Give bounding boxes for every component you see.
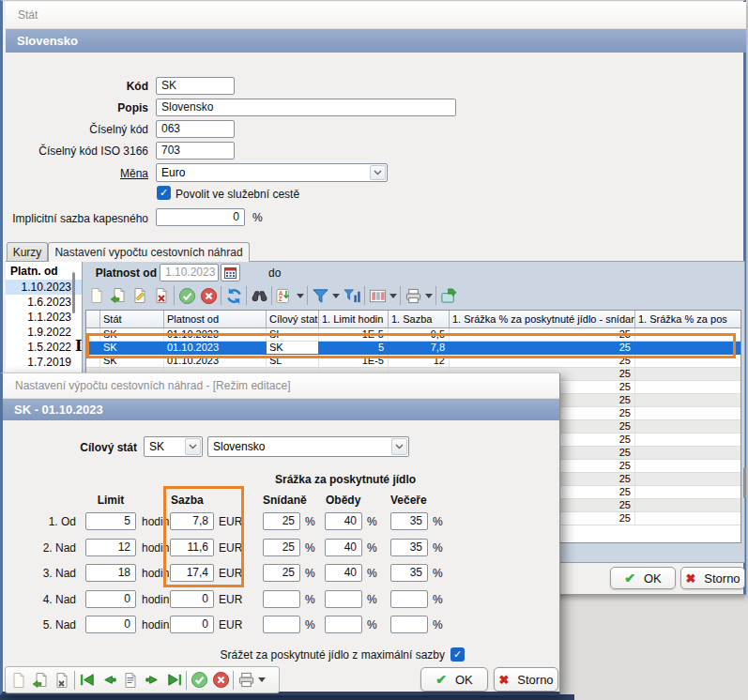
date-list-item[interactable]: 1.1.2023 bbox=[6, 310, 82, 325]
edit-document-icon[interactable] bbox=[130, 286, 149, 305]
popis-input[interactable]: Slovensko bbox=[156, 99, 456, 116]
obedy-input[interactable]: 40 bbox=[325, 564, 362, 582]
storno-button[interactable]: ✖ Storno bbox=[680, 567, 745, 589]
obedy-input[interactable]: 40 bbox=[325, 539, 362, 556]
columns-icon[interactable] bbox=[368, 286, 387, 305]
ciselny-kod-input[interactable]: 063 bbox=[156, 120, 235, 138]
copy-document-icon[interactable] bbox=[109, 286, 128, 305]
chevron-down-icon[interactable] bbox=[391, 438, 407, 455]
obedy-input[interactable]: 40 bbox=[325, 512, 362, 530]
limit-input[interactable]: 5 bbox=[85, 512, 136, 530]
vecere-input[interactable]: 35 bbox=[390, 564, 428, 582]
date-list-item[interactable]: 1.9.2022 bbox=[6, 325, 82, 340]
kapesne-input[interactable]: 0 bbox=[156, 208, 245, 226]
sazba-input[interactable]: 7,8 bbox=[170, 512, 214, 530]
sazba-input[interactable]: 17,4 bbox=[170, 564, 214, 582]
snidane-input[interactable]: 25 bbox=[263, 539, 300, 556]
kod-input[interactable]: SK bbox=[156, 77, 235, 95]
col-srazka-next[interactable]: 1. Srážka % za pos bbox=[635, 311, 740, 327]
sazba-input[interactable]: 0 bbox=[170, 590, 214, 608]
ok-button[interactable]: ✔ OK bbox=[610, 567, 676, 589]
cancel-icon[interactable] bbox=[199, 286, 218, 305]
search-binoculars-icon[interactable] bbox=[250, 286, 268, 305]
nav-previous-icon[interactable] bbox=[99, 671, 118, 690]
accept-icon[interactable] bbox=[190, 671, 208, 690]
delete-document-icon[interactable] bbox=[152, 286, 171, 305]
snidane-input[interactable]: 25 bbox=[263, 564, 300, 582]
snidane-input[interactable] bbox=[263, 616, 300, 633]
snidane-input[interactable] bbox=[263, 590, 300, 608]
srazet-checkbox[interactable]: ✓ bbox=[450, 647, 465, 662]
print-menu-caret[interactable] bbox=[425, 294, 433, 298]
sort-az-icon[interactable]: AZ bbox=[275, 286, 294, 305]
do-label: do bbox=[268, 266, 281, 280]
date-list-item[interactable]: 1.5.2022 bbox=[6, 340, 82, 355]
cilovy-stat-code-select[interactable]: SK bbox=[144, 436, 203, 457]
table-row[interactable]: SK 01.10.2023 SL 1E-5 12 25 bbox=[86, 355, 740, 368]
col-cilovy-stat[interactable]: Cílový stat bbox=[267, 311, 319, 327]
mena-label[interactable]: Měna bbox=[3, 167, 148, 180]
col-limit-hodin[interactable]: 1. Limit hodin bbox=[319, 311, 389, 327]
limit-input[interactable]: 0 bbox=[85, 590, 136, 608]
obedy-input[interactable] bbox=[325, 616, 362, 633]
new-document-icon[interactable] bbox=[9, 671, 28, 690]
filter-chart-icon[interactable] bbox=[343, 286, 361, 305]
tab-kurzy[interactable]: Kurzy bbox=[7, 242, 48, 261]
cilovy-stat-name-select[interactable]: Slovensko bbox=[207, 436, 409, 457]
sort-menu-caret[interactable] bbox=[297, 294, 304, 298]
date-list-item[interactable]: 1.7.2019 bbox=[6, 355, 82, 370]
table-scrollbar[interactable] bbox=[743, 467, 746, 498]
accept-icon[interactable] bbox=[177, 286, 196, 305]
columns-menu-caret[interactable] bbox=[389, 294, 397, 298]
report-icon[interactable] bbox=[121, 671, 140, 690]
percent-unit: % bbox=[367, 541, 377, 555]
nav-first-icon[interactable] bbox=[78, 671, 97, 690]
vecere-input[interactable] bbox=[390, 616, 428, 633]
col-platnost-od[interactable]: Platnost od bbox=[164, 311, 267, 327]
iso-input[interactable]: 703 bbox=[156, 142, 235, 160]
tab-nastaveni-nahrad[interactable]: Nastavení vypočtu cestovních náhrad bbox=[48, 242, 250, 262]
limit-input[interactable]: 18 bbox=[85, 564, 136, 582]
new-document-icon[interactable] bbox=[87, 286, 106, 305]
table-row[interactable]: SK 01.10.2023 SI 1E-5 9,5 25 bbox=[86, 328, 740, 342]
col-stat[interactable]: Stát bbox=[100, 311, 164, 327]
obedy-input[interactable] bbox=[325, 590, 362, 608]
sazba-input[interactable]: 0 bbox=[170, 616, 214, 633]
print-menu-caret[interactable] bbox=[258, 677, 266, 682]
col-sazba[interactable]: 1. Sazba bbox=[389, 311, 450, 327]
copy-document-icon[interactable] bbox=[31, 671, 50, 690]
nav-next-icon[interactable] bbox=[143, 671, 161, 690]
mena-select[interactable]: Euro bbox=[156, 163, 388, 182]
col-srazka-snidane[interactable]: 1. Srážka % za poskytnuté jídlo - snídan… bbox=[450, 311, 635, 327]
dialog-storno-button[interactable]: ✖ Storno bbox=[494, 667, 558, 692]
snidane-input[interactable]: 25 bbox=[263, 512, 300, 530]
povolit-checkbox[interactable]: ✓ bbox=[157, 186, 171, 200]
limit-input[interactable]: 0 bbox=[85, 616, 136, 633]
record-header: Slovensko bbox=[6, 29, 746, 53]
date-list-item[interactable]: 1.10.2023 bbox=[6, 280, 82, 295]
filter-icon[interactable] bbox=[311, 286, 329, 305]
refresh-icon[interactable] bbox=[224, 286, 243, 305]
limit-input[interactable]: 12 bbox=[85, 539, 136, 556]
window-title: Stát bbox=[18, 8, 38, 22]
vecere-input[interactable]: 35 bbox=[390, 539, 428, 556]
percent-unit: % bbox=[433, 541, 443, 555]
filter-menu-caret[interactable] bbox=[332, 294, 340, 298]
delete-document-icon[interactable] bbox=[53, 671, 71, 690]
print-icon[interactable] bbox=[237, 671, 255, 690]
vecere-input[interactable]: 35 bbox=[390, 512, 428, 530]
nav-last-icon[interactable] bbox=[164, 671, 183, 690]
print-icon[interactable] bbox=[404, 286, 422, 305]
export-icon[interactable] bbox=[439, 286, 458, 305]
chevron-down-icon[interactable] bbox=[370, 165, 386, 180]
calendar-icon[interactable] bbox=[221, 264, 240, 282]
date-list-item[interactable]: 1.6.2023 bbox=[6, 295, 82, 310]
sazba-input[interactable]: 11,6 bbox=[170, 539, 214, 556]
chevron-down-icon[interactable] bbox=[185, 438, 201, 455]
table-row-selected[interactable]: SK 01.10.2023 SK 5 7,8 25 bbox=[86, 342, 740, 355]
percent-unit: % bbox=[433, 515, 443, 528]
vecere-input[interactable] bbox=[390, 590, 428, 608]
platnost-od-input[interactable]: 1.10.2023 bbox=[160, 264, 219, 282]
cancel-icon[interactable] bbox=[211, 671, 230, 690]
dialog-ok-button[interactable]: ✔ OK bbox=[420, 667, 488, 692]
